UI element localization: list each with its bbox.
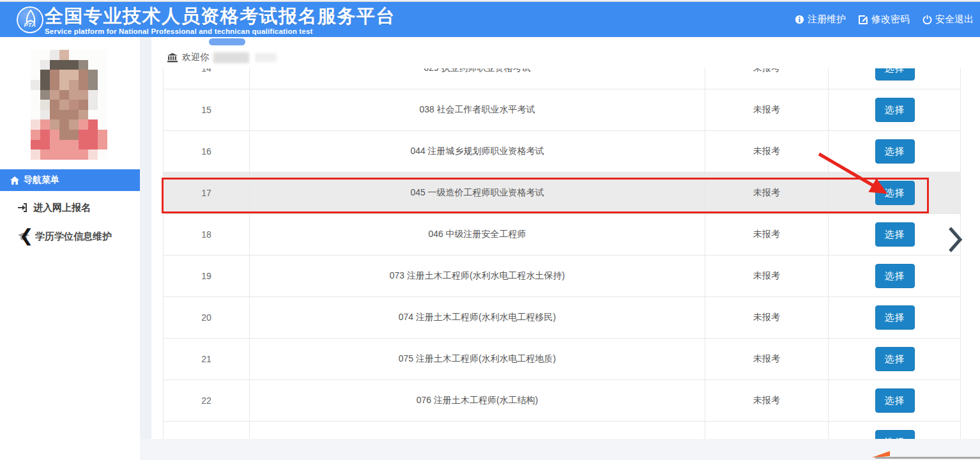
row-index: 20 — [164, 297, 250, 338]
status-label: 未报考 — [705, 172, 829, 213]
select-button[interactable]: 选择 — [875, 68, 915, 80]
row-index: 17 — [164, 172, 250, 213]
register-maintenance-link[interactable]: 注册维护 — [795, 13, 846, 26]
table-row: 21 075 注册土木工程师(水利水电工程地质) 未报考 选择 — [164, 339, 960, 380]
user-photo — [31, 50, 107, 160]
action-cell: 选择 — [829, 256, 961, 296]
welcome-text: 欢迎你 — [182, 52, 209, 63]
action-cell: 选择 — [829, 131, 961, 172]
row-index: 21 — [164, 339, 250, 379]
sidebar-item-education-maintenance[interactable]: 学历学位信息维护 ❮ — [0, 225, 140, 248]
exam-name: 045 一级造价工程师职业资格考试 — [250, 172, 705, 213]
sail-icon — [24, 10, 38, 26]
table-row: 16 044 注册城乡规划师职业资格考试 未报考 选择 — [164, 131, 960, 172]
blue-pill-artifact — [209, 38, 245, 45]
welcome-bar: 欢迎你 — [167, 51, 277, 64]
row-index: 15 — [164, 89, 250, 130]
exam-name: 075 注册土木工程师(水利水电工程地质) — [250, 339, 705, 379]
censored-username — [213, 52, 249, 63]
status-label: 未报考 — [705, 256, 829, 296]
select-button[interactable]: 选择 — [875, 430, 915, 439]
bank-icon — [167, 53, 178, 63]
app-header: PTA 全国专业技术人员资格考试报名服务平台 Service platform … — [0, 2, 980, 37]
table-row: 19 073 注册土木工程师(水利水电工程水土保持) 未报考 选择 — [164, 256, 960, 297]
row-index — [164, 422, 250, 439]
select-button[interactable]: 选择 — [875, 347, 915, 371]
table-row: 18 046 中级注册安全工程师 未报考 选择 — [164, 214, 960, 256]
page-subtitle: Service platform for National Profession… — [45, 27, 395, 35]
action-cell: 选择 — [829, 339, 961, 379]
censored-username-blur — [255, 53, 277, 62]
table-row: 15 038 社会工作者职业水平考试 未报考 选择 — [164, 89, 960, 131]
select-button[interactable]: 选择 — [875, 222, 915, 247]
page-title: 全国专业技术人员资格考试报名服务平台 — [45, 6, 395, 26]
status-label: 未报考 — [705, 297, 829, 338]
action-cell: 选择 — [829, 422, 961, 439]
sign-in-icon — [18, 203, 27, 212]
select-button[interactable]: 选择 — [875, 264, 915, 288]
select-button[interactable]: 选择 — [875, 305, 915, 330]
header-links: 注册维护 修改密码 安全退出 — [795, 2, 974, 37]
exam-name: 046 中级注册安全工程师 — [250, 214, 705, 255]
exam-name: 074 注册土木工程师(水利水电工程移民) — [250, 297, 705, 338]
table-row: 选择 — [164, 422, 960, 439]
change-password-link[interactable]: 修改密码 — [859, 13, 910, 26]
exam-name — [250, 422, 705, 439]
table-row: 17 045 一级造价工程师职业资格考试 未报考 选择 — [164, 172, 960, 214]
row-index: 14 — [164, 68, 250, 89]
select-button[interactable]: 选择 — [875, 181, 915, 205]
next-chevron-icon[interactable] — [947, 226, 963, 254]
status-label: 未报考 — [705, 89, 829, 130]
chevron-left-icon: ❮ — [19, 226, 34, 245]
status-label: 未报考 — [705, 339, 829, 379]
row-index: 16 — [164, 131, 250, 172]
logout-link[interactable]: 安全退出 — [923, 13, 974, 26]
exam-table: 14 029 执业药师职业资格考试 未报考 选择 15 038 社会工作者职业水… — [163, 68, 961, 439]
row-index: 22 — [164, 380, 250, 421]
sidebar-item-enter-registration[interactable]: 进入网上报名 — [0, 196, 140, 219]
table-row: 20 074 注册土木工程师(水利水电工程移民) 未报考 选择 — [164, 297, 960, 339]
footer-strip — [140, 439, 980, 460]
pta-logo: PTA — [17, 6, 43, 33]
action-cell: 选择 — [829, 172, 961, 213]
exam-name: 076 注册土木工程师(水工结构) — [250, 380, 705, 421]
action-cell: 选择 — [829, 214, 961, 255]
info-icon — [795, 15, 804, 24]
exam-name: 029 执业药师职业资格考试 — [250, 68, 705, 89]
table-row: 22 076 注册土木工程师(水工结构) 未报考 选择 — [164, 380, 960, 422]
status-label: 未报考 — [705, 68, 829, 89]
select-button[interactable]: 选择 — [875, 139, 915, 164]
edit-icon — [859, 15, 868, 24]
sidebar: 导航菜单 进入网上报名 学历学位信息维护 ❮ — [0, 37, 140, 460]
status-label: 未报考 — [705, 380, 829, 421]
exam-name: 038 社会工作者职业水平考试 — [250, 89, 705, 130]
row-index: 19 — [164, 256, 250, 296]
action-cell: 选择 — [829, 89, 961, 130]
exam-name: 044 注册城乡规划师职业资格考试 — [250, 131, 705, 172]
action-cell: 选择 — [829, 297, 961, 338]
power-icon — [923, 15, 932, 24]
status-label: 未报考 — [705, 214, 829, 255]
main-content: 欢迎你 14 029 执业药师职业资格考试 未报考 选择 15 038 社会工作… — [151, 37, 980, 439]
status-label — [705, 422, 829, 439]
home-icon — [10, 176, 19, 185]
layout-gap — [140, 37, 151, 460]
action-cell: 选择 — [829, 68, 961, 89]
table-row: 14 029 执业药师职业资格考试 未报考 选择 — [164, 68, 960, 89]
row-index: 18 — [164, 214, 250, 255]
exam-name: 073 注册土木工程师(水利水电工程水土保持) — [250, 256, 705, 296]
select-button[interactable]: 选择 — [875, 388, 915, 413]
status-label: 未报考 — [705, 131, 829, 172]
horizontal-scrollbar[interactable] — [875, 457, 980, 459]
nav-menu-header: 导航菜单 — [0, 169, 140, 191]
select-button[interactable]: 选择 — [875, 98, 915, 122]
action-cell: 选择 — [829, 380, 961, 421]
